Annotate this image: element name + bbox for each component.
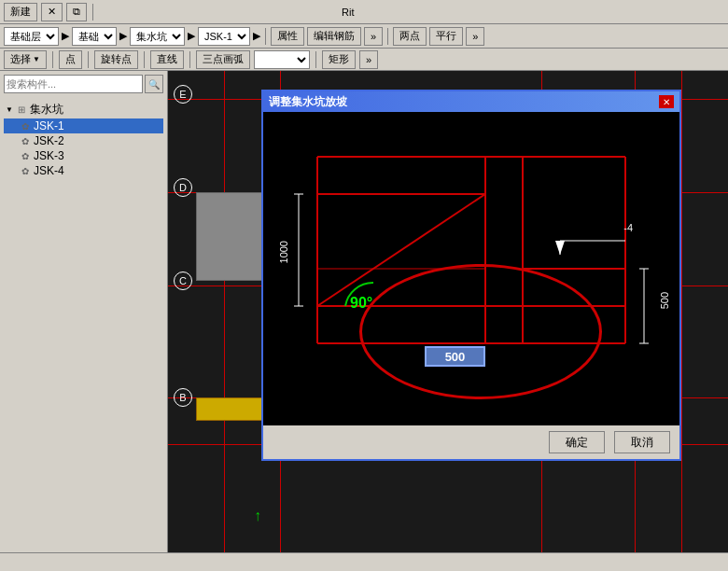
- dim-neg4-label: -4: [623, 222, 633, 233]
- tree-item-icon-1: ✿: [19, 119, 32, 132]
- arc-button[interactable]: 三点画弧: [196, 50, 250, 69]
- tree-expand-icon[interactable]: ▼: [6, 105, 13, 114]
- svg-line-9: [317, 194, 485, 306]
- sep1: ▶: [62, 30, 69, 42]
- cancel-button[interactable]: 取消: [614, 431, 670, 453]
- tree-item-label-2: JSK-2: [34, 134, 64, 147]
- two-points-label: 两点: [399, 29, 420, 43]
- attr-label: 属性: [277, 29, 298, 43]
- parallel-label: 平行: [436, 29, 456, 43]
- rect-button[interactable]: 矩形: [322, 50, 356, 69]
- rotate-label: 旋转点: [101, 52, 132, 66]
- select-button[interactable]: 选择 ▼: [4, 50, 47, 69]
- search-input[interactable]: [4, 75, 143, 93]
- cad-drawing-svg: [271, 119, 672, 418]
- tree-item-jsk1[interactable]: ✿ JSK-1: [4, 118, 163, 133]
- tree-item-icon-3: ✿: [19, 149, 32, 162]
- search-button[interactable]: 🔍: [145, 75, 163, 93]
- tree-item-label-3: JSK-3: [34, 149, 64, 162]
- tree-item-label-1: JSK-1: [34, 119, 64, 132]
- two-points-button[interactable]: 两点: [393, 27, 427, 46]
- more-button-1[interactable]: »: [364, 27, 383, 46]
- dialog-drawing: 1000 500 -4 90°: [271, 119, 672, 418]
- sep3: ▶: [188, 30, 195, 42]
- sep4: ▶: [253, 30, 260, 42]
- cad-label-C: C: [174, 272, 192, 290]
- tree-view: ▼ ⊞ 集水坑 ✿ JSK-1 ✿ JSK-2 ✿ JSK-3 ✿ JSK-4: [0, 97, 167, 552]
- dialog-close-button[interactable]: ✕: [659, 95, 674, 108]
- adjust-dialog: 调整集水坑放坡 ✕: [261, 90, 681, 461]
- dialog-footer: 确定 取消: [263, 425, 679, 459]
- value-input[interactable]: [425, 346, 485, 367]
- point-label: 点: [65, 52, 76, 66]
- arc-label: 三点画弧: [203, 52, 244, 66]
- close-tab-button[interactable]: ✕: [41, 3, 63, 21]
- tree-item-label-4: JSK-4: [34, 164, 64, 177]
- copy-icon: ⧉: [73, 6, 80, 18]
- rotate-button[interactable]: 旋转点: [94, 50, 138, 69]
- tree-root-label: 集水坑: [30, 102, 63, 118]
- edit-rebar-button[interactable]: 编辑钢筋: [307, 27, 361, 46]
- left-panel: 🔍 ▼ ⊞ 集水坑 ✿ JSK-1 ✿ JSK-2 ✿ JSK-3 ✿ JS: [0, 71, 168, 552]
- new-label: 新建: [10, 5, 31, 19]
- tree-root-icon: ⊞: [15, 104, 28, 117]
- confirm-button[interactable]: 确定: [549, 431, 605, 453]
- second-toolbar: 基础层 ▶ 基础 ▶ 集水坑 ▶ JSK-1 ▶ 属性 编辑钢筋 » 两点 平行…: [0, 24, 728, 49]
- sep-v3: [52, 51, 53, 68]
- dialog-close-icon: ✕: [663, 97, 670, 107]
- dialog-content: 1000 500 -4 90°: [263, 112, 679, 425]
- line-label: 直线: [157, 52, 177, 66]
- select-label: 选择: [10, 52, 31, 66]
- layer2-combo[interactable]: 基础: [72, 27, 117, 46]
- layer4-combo[interactable]: JSK-1: [198, 27, 250, 46]
- cad-green-arrow: ↑: [254, 508, 261, 524]
- third-toolbar: 选择 ▼ 点 旋转点 直线 三点画弧 矩形 »: [0, 49, 728, 71]
- tree-item-jsk3[interactable]: ✿ JSK-3: [4, 148, 163, 163]
- main-layout: 🔍 ▼ ⊞ 集水坑 ✿ JSK-1 ✿ JSK-2 ✿ JSK-3 ✿ JS: [0, 71, 728, 552]
- toolbar-rit-text: Rit: [342, 7, 354, 18]
- sep2: ▶: [119, 30, 127, 42]
- cad-canvas[interactable]: E D C B ↑ 调整集水坑放坡 ✕: [168, 71, 728, 552]
- dim-1000-label: 1000: [278, 241, 289, 263]
- top-toolbar: 新建 ✕ ⧉ Rit: [0, 0, 728, 24]
- separator-1: [92, 4, 93, 21]
- tree-item-icon-2: ✿: [19, 134, 32, 147]
- search-box: 🔍: [0, 71, 167, 97]
- attr-button[interactable]: 属性: [271, 27, 304, 46]
- cad-label-D: D: [174, 178, 192, 197]
- parallel-button[interactable]: 平行: [429, 27, 463, 46]
- sep-v1: [265, 28, 266, 45]
- cad-label-B: B: [174, 388, 192, 407]
- dialog-title-bar: 调整集水坑放坡 ✕: [263, 91, 679, 112]
- sep-v7: [315, 51, 316, 68]
- new-button[interactable]: 新建: [4, 3, 37, 21]
- dialog-title: 调整集水坑放坡: [269, 94, 347, 110]
- copy-button[interactable]: ⧉: [66, 3, 87, 21]
- sep-v2: [387, 28, 388, 45]
- tree-item-jsk4[interactable]: ✿ JSK-4: [4, 163, 163, 178]
- layer3-combo[interactable]: 集水坑: [130, 27, 185, 46]
- sep-v4: [88, 51, 89, 68]
- line-button[interactable]: 直线: [150, 50, 184, 69]
- edit-label: 编辑钢筋: [314, 29, 355, 43]
- more-button-2[interactable]: »: [466, 27, 484, 46]
- tree-item-icon-4: ✿: [19, 164, 32, 177]
- close-icon: ✕: [48, 6, 56, 18]
- more-button-3[interactable]: »: [359, 50, 378, 69]
- point-button[interactable]: 点: [59, 50, 82, 69]
- angle-90-label: 90°: [350, 295, 372, 312]
- tree-item-jsk2[interactable]: ✿ JSK-2: [4, 133, 163, 148]
- rect-label: 矩形: [329, 52, 349, 66]
- cad-vline-5: [681, 71, 682, 552]
- dim-500-label: 500: [659, 292, 670, 309]
- cad-label-E: E: [174, 85, 192, 104]
- arc-combo[interactable]: [254, 50, 310, 69]
- sep-v6: [189, 51, 190, 68]
- layer1-combo[interactable]: 基础层: [4, 27, 59, 46]
- tree-root[interactable]: ▼ ⊞ 集水坑: [4, 101, 163, 118]
- sep-v5: [144, 51, 145, 68]
- status-bar: [0, 552, 728, 571]
- cad-vline-1: [224, 71, 225, 552]
